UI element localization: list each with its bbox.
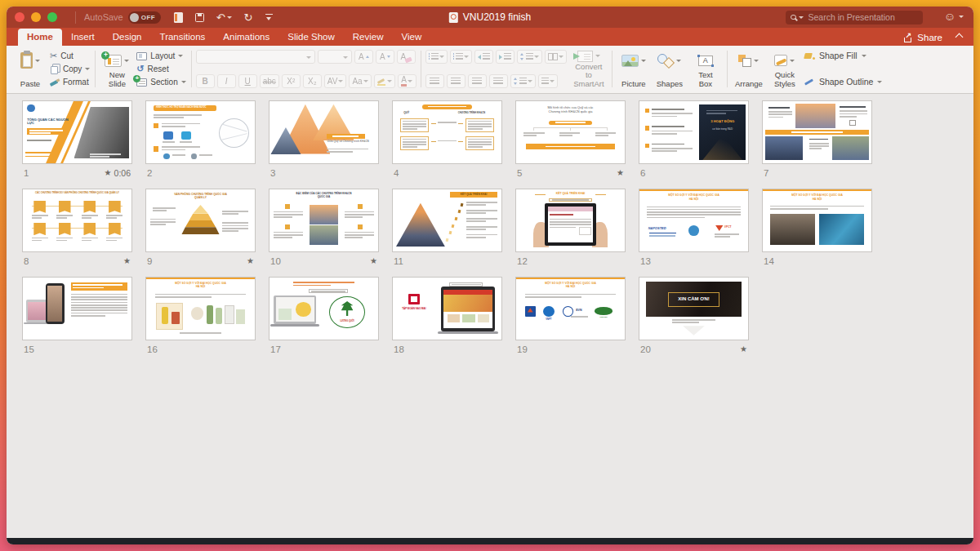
undo-dropdown-caret[interactable] (227, 16, 232, 19)
numbering-button[interactable] (450, 50, 472, 64)
smartart-caret[interactable] (595, 55, 600, 57)
shape-fill-caret[interactable] (862, 55, 866, 57)
new-presentation-button[interactable] (174, 12, 183, 23)
slide-thumbnail-1[interactable]: TỔNG QUAN CÁC NGUỒN LỰC (22, 100, 132, 164)
search-input[interactable]: Search in Presentation (786, 11, 923, 24)
slide-thumbnail-3[interactable]: Giữa Quỹ và Chương trình KH&CN (269, 100, 379, 164)
reset-button[interactable]: ↺Reset (136, 63, 185, 75)
slide-thumbnail-2[interactable]: HÌNH THỨC HỖ TRỢ NGÂN SÁCH NHÀ NƯỚC (145, 100, 256, 164)
autosave-control[interactable]: AutoSave OFF (84, 11, 161, 24)
picture-button[interactable]: Picture (617, 49, 650, 89)
collapse-ribbon-button[interactable] (956, 33, 964, 42)
tab-animations[interactable]: Animations (214, 29, 278, 46)
new-slide-caret[interactable] (124, 60, 129, 62)
save-button[interactable] (195, 13, 204, 22)
change-case-button[interactable]: Aa (349, 74, 371, 88)
tab-design[interactable]: Design (104, 29, 151, 46)
autosave-toggle[interactable]: OFF (128, 11, 161, 24)
shape-outline-button[interactable]: Shape Outline (804, 77, 883, 87)
shapes-caret[interactable] (676, 60, 681, 62)
tab-review[interactable]: Review (344, 29, 393, 46)
slide-thumbnail-18[interactable]: TẬP ĐOÀN SAO MAI (392, 277, 502, 340)
tab-transitions[interactable]: Transitions (151, 29, 215, 46)
shrink-font-button[interactable]: A (376, 50, 394, 64)
slide-thumbnail-12[interactable]: KẾT QUẢ TRIỂN KHAI (515, 189, 626, 252)
slide-thumbnail-19[interactable]: MỘT SỐ GỢI Ý VỚI ĐẠI HỌC QUỐC GIA HÀ NỘI… (515, 277, 626, 340)
justify-button[interactable] (489, 74, 508, 88)
slide-thumbnail-16[interactable]: MỘT SỐ GỢI Ý VỚI ĐẠI HỌC QUỐC GIA HÀ NỘI (145, 277, 256, 340)
align-text-button[interactable] (538, 74, 558, 88)
paste-caret[interactable] (35, 60, 40, 62)
copy-button[interactable]: Copy (50, 63, 90, 75)
quick-styles-button[interactable]: Quick Styles (768, 49, 801, 89)
slide-thumbnail-10[interactable]: ĐẶC ĐIỂM CỦA CÁC CHƯƠNG TRÌNH KH&CN QUỐC… (269, 189, 379, 252)
slide-thumbnail-15[interactable] (22, 277, 132, 340)
slide-thumbnail-7[interactable] (762, 100, 872, 164)
subscript-button[interactable]: X₂ (303, 74, 322, 88)
cut-button[interactable]: ✂Cut (50, 50, 90, 62)
slide-thumbnail-13[interactable]: MỘT SỐ GỢI Ý VỚI ĐẠI HỌC QUỐC GIA HÀ NỘI… (639, 189, 749, 252)
italic-button[interactable]: I (217, 74, 236, 88)
slide-thumbnail-6[interactable]: 3 HOẠT ĐỘNGcơ bản trong R&D (639, 100, 749, 164)
zoom-window-button[interactable] (47, 12, 57, 22)
share-button[interactable]: ↗ Share (903, 33, 942, 42)
shape-fill-button[interactable]: Shape Fill (804, 51, 883, 60)
tab-view[interactable]: View (393, 29, 431, 46)
paste-button[interactable]: Paste (14, 49, 47, 89)
shape-outline-caret[interactable] (877, 81, 882, 83)
slide-thumbnail-9[interactable]: VĂN PHÒNG CHƯƠNG TRÌNH QUỐC GIA QUẢN LÝ (145, 189, 256, 252)
new-slide-button[interactable]: + New Slide (100, 49, 133, 89)
feedback-control[interactable]: ☺ (944, 11, 964, 22)
close-window-button[interactable] (15, 12, 24, 22)
align-right-button[interactable] (468, 74, 487, 88)
font-size-select[interactable] (318, 50, 352, 64)
line-spacing-button[interactable] (517, 50, 542, 64)
align-center-button[interactable] (447, 74, 466, 88)
tab-slide-show[interactable]: Slide Show (278, 29, 344, 46)
character-spacing-button[interactable]: AV (324, 74, 347, 88)
minimize-window-button[interactable] (31, 12, 41, 22)
superscript-button[interactable]: X² (282, 74, 301, 88)
redo-button[interactable]: ↻ (244, 12, 253, 23)
font-name-select[interactable] (196, 50, 315, 64)
arrange-caret[interactable] (754, 60, 759, 62)
slide-thumbnail-11[interactable]: KẾT QUẢ TRIỂN KHAI (392, 189, 502, 252)
increase-indent-button[interactable] (496, 50, 514, 64)
decrease-indent-button[interactable] (474, 50, 493, 64)
columns-button[interactable] (545, 50, 567, 64)
format-painter-button[interactable]: Format (50, 76, 90, 88)
search-scope-caret[interactable] (799, 16, 804, 19)
slide-thumbnail-8[interactable]: CÁC CHƯƠNG TRÌNH DO VĂN PHÒNG CHƯƠNG TRÌ… (22, 189, 132, 252)
customize-toolbar-button[interactable] (265, 14, 273, 20)
picture-caret[interactable] (641, 60, 646, 62)
quick-styles-caret[interactable] (790, 60, 795, 62)
align-left-button[interactable] (425, 74, 444, 88)
section-button[interactable]: +Section (136, 76, 185, 88)
shapes-button[interactable]: Shapes (653, 49, 686, 89)
bold-button[interactable]: B (196, 74, 215, 88)
font-color-button[interactable]: A (398, 74, 416, 88)
undo-button[interactable]: ↶ (216, 12, 232, 23)
layout-button[interactable]: Layout (136, 50, 185, 62)
section-caret[interactable] (181, 81, 186, 83)
tab-insert[interactable]: Insert (62, 29, 104, 46)
copy-caret[interactable] (85, 68, 90, 70)
tab-home[interactable]: Home (18, 29, 62, 46)
arrange-button[interactable]: Arrange (733, 49, 765, 89)
slide-thumbnail-4[interactable]: QUỸCHƯƠNG TRÌNH KH&CN (392, 100, 502, 164)
slide-thumbnail-20[interactable]: XIN CẢM ƠN! (639, 277, 749, 340)
clear-formatting-button[interactable]: A (397, 50, 416, 64)
slide-thumbnail-17[interactable]: LƯƠNG QUỚI (269, 277, 379, 340)
bullets-button[interactable] (425, 50, 448, 64)
convert-smartart-button[interactable]: Convert to SmartArt (568, 49, 609, 89)
layout-caret[interactable] (178, 55, 183, 57)
slide-thumbnail-5[interactable]: Mô hình tổ chức của Quỹ và các Chương tr… (515, 100, 626, 164)
grow-font-button[interactable]: A (354, 50, 373, 64)
text-box-button[interactable]: A Text Box (689, 49, 722, 89)
slide-sorter-canvas[interactable]: TỔNG QUAN CÁC NGUỒN LỰC1★0:06HÌNH THỨC H… (7, 94, 973, 538)
text-direction-button[interactable] (510, 74, 536, 88)
underline-button[interactable]: U (238, 74, 257, 88)
strikethrough-button[interactable]: abc (260, 74, 279, 88)
text-highlight-button[interactable] (374, 74, 395, 88)
slide-thumbnail-14[interactable]: MỘT SỐ GỢI Ý VỚI ĐẠI HỌC QUỐC GIA HÀ NỘI (762, 189, 872, 252)
